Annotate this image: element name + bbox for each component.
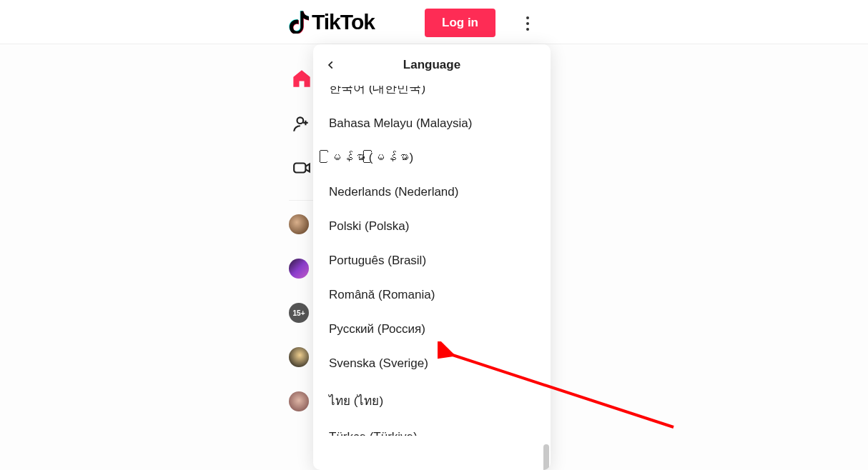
avatar[interactable] [289,347,309,367]
scrollbar-track[interactable] [542,130,551,470]
app-header: TikTok Log in [0,0,868,44]
login-button[interactable]: Log in [425,9,495,37]
dropdown-header: Language [313,44,551,86]
tiktok-note-icon [289,11,309,34]
language-option[interactable]: Polski (Polska) [313,209,551,244]
language-option[interactable]: Nederlands (Nederland) [313,175,551,209]
language-option[interactable]: မြန်မာ (မြန်မာ) [313,141,551,175]
avatar[interactable] [289,391,309,411]
avatar[interactable]: 15+ [289,303,309,323]
side-nav [289,69,315,177]
more-menu-button[interactable] [521,14,535,33]
chevron-left-icon [326,60,336,70]
language-option[interactable]: Svenska (Sverige) [313,346,551,381]
language-option[interactable]: Bahasa Melayu (Malaysia) [313,106,551,141]
language-option[interactable]: Português (Brasil) [313,244,551,278]
language-list[interactable]: 한국어 (대한민국) Bahasa Melayu (Malaysia) မြန်… [313,86,551,470]
live-icon[interactable] [292,159,311,177]
avatar[interactable] [289,259,309,279]
language-dropdown: Language 한국어 (대한민국) Bahasa Melayu (Malay… [313,44,551,470]
following-icon[interactable] [292,114,311,133]
language-option[interactable]: ไทย (ไทย) [313,381,551,420]
brand-name: TikTok [312,10,375,34]
dropdown-title: Language [403,58,460,72]
home-icon[interactable] [292,69,312,89]
language-option[interactable]: Русский (Россия) [313,312,551,346]
scrollbar-thumb[interactable] [543,444,549,470]
avatar[interactable] [289,214,309,234]
back-button[interactable] [320,54,342,76]
nav-divider [289,200,315,201]
svg-rect-1 [294,164,305,173]
language-option[interactable]: 한국어 (대한민국) [313,86,551,106]
brand-logo[interactable]: TikTok [289,10,375,34]
language-option[interactable]: Română (Romania) [313,278,551,312]
suggested-accounts: 15+ [289,214,310,411]
language-option[interactable]: Türkçe (Türkiye) [313,420,551,436]
svg-point-0 [297,117,304,124]
